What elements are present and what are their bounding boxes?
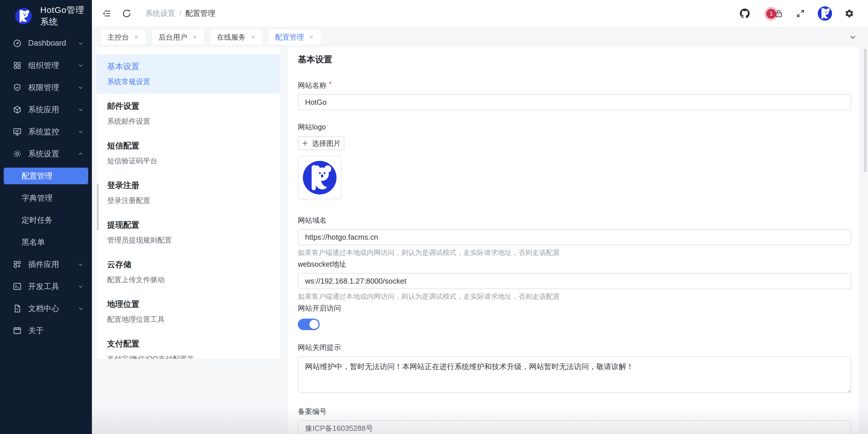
sidebar-subitem-label: 黑名单	[22, 237, 45, 247]
sidebar-subitem-字典管理[interactable]: 字典管理	[0, 187, 92, 209]
header-left: 系统设置 / 配置管理	[102, 8, 215, 19]
gear-icon	[13, 149, 22, 159]
settings-nav-subtitle: 配置上传文件驱动	[107, 275, 270, 285]
about-icon	[13, 326, 22, 335]
tab-close-icon[interactable]	[308, 34, 314, 40]
sidebar-subitem-label: 配置管理	[22, 171, 53, 181]
app-logo-icon	[15, 7, 32, 25]
settings-nav-title: 地理位置	[107, 299, 270, 310]
chevron-down-icon	[78, 106, 84, 113]
site-open-label: 网站开启访问	[298, 303, 851, 313]
sidebar-item-系统应用[interactable]: 系统应用	[0, 98, 92, 121]
tab-close-icon[interactable]	[192, 34, 197, 40]
site-open-toggle[interactable]	[298, 319, 320, 330]
settings-nav-title: 登录注册	[107, 180, 270, 191]
sidebar-item-label: 系统监控	[28, 127, 78, 137]
breadcrumb: 系统设置 / 配置管理	[145, 8, 215, 19]
fullscreen-icon[interactable]	[796, 9, 805, 19]
settings-nav-subtitle: 系统邮件设置	[107, 116, 270, 126]
github-icon[interactable]	[740, 9, 750, 19]
icp-input[interactable]	[298, 420, 851, 434]
chevron-down-icon	[78, 305, 84, 312]
sidebar-item-权限管理[interactable]: 权限管理	[0, 76, 92, 98]
site-domain-label: 网站域名	[298, 215, 851, 225]
settings-nav-item-提现配置[interactable]: 提现配置管理员提现规则配置	[97, 213, 280, 252]
sidebar-subitem-配置管理[interactable]: 配置管理	[0, 165, 92, 187]
tab-label: 配置管理	[275, 32, 304, 42]
settings-nav-title: 提现配置	[107, 220, 270, 231]
site-domain-input[interactable]	[298, 229, 851, 245]
tab-label: 主控台	[107, 32, 129, 42]
sidebar-item-Dashboard[interactable]: Dashboard	[0, 32, 92, 54]
tab-在线服务[interactable]: 在线服务	[211, 30, 262, 44]
sidebar-menu: Dashboard组织管理权限管理系统应用系统监控系统设置配置管理字典管理定时任…	[0, 32, 92, 434]
avatar[interactable]	[817, 6, 832, 21]
site-logo-image	[302, 160, 337, 195]
sidebar-item-关于[interactable]: 关于	[0, 320, 92, 341]
breadcrumb-separator: /	[179, 9, 181, 18]
active-menu-highlight: 配置管理	[4, 168, 88, 184]
tab-close-icon[interactable]	[133, 34, 139, 40]
sidebar-item-系统设置[interactable]: 系统设置	[0, 143, 92, 165]
sidebar-item-插件应用[interactable]: 插件应用	[0, 253, 92, 275]
tab-close-icon[interactable]	[250, 34, 256, 40]
choose-image-button[interactable]: 选择图片	[298, 136, 344, 150]
settings-nav-title: 基本设置	[107, 61, 270, 72]
settings-nav-item-登录注册[interactable]: 登录注册登录注册配置	[97, 173, 280, 213]
sidebar-item-label: 权限管理	[28, 82, 78, 93]
doc-icon	[13, 304, 22, 313]
sidebar-item-系统监控[interactable]: 系统监控	[0, 121, 92, 143]
chevron-down-icon	[78, 40, 84, 46]
main-column: 系统设置 / 配置管理 1	[92, 0, 868, 434]
sidebar-subitem-定时任务[interactable]: 定时任务	[0, 209, 92, 231]
settings-nav-item-邮件设置[interactable]: 邮件设置系统邮件设置	[97, 94, 280, 133]
settings-nav-item-地理位置[interactable]: 地理位置配置地理位置工具	[97, 292, 280, 332]
app-logo-row[interactable]: HotGo管理系统	[0, 0, 92, 32]
top-header: 系统设置 / 配置管理 1	[92, 0, 868, 27]
site-logo-preview[interactable]	[298, 156, 342, 199]
sidebar-item-label: 关于	[28, 326, 84, 336]
notification-badge: 1	[766, 9, 776, 19]
monitor-icon	[13, 127, 22, 136]
settings-nav-item-云存储[interactable]: 云存储配置上传文件驱动	[97, 252, 280, 292]
section-title: 基本设置	[298, 54, 851, 65]
tab-配置管理[interactable]: 配置管理	[269, 30, 320, 44]
close-tip-textarea[interactable]: 网站维护中，暂时无法访问！本网站正在进行系统维护和技术升级，网站暂时无法访问，敬…	[298, 356, 851, 393]
breadcrumb-current[interactable]: 配置管理	[185, 8, 215, 19]
settings-nav-scrollbar[interactable]	[97, 184, 99, 230]
dashboard-icon	[13, 39, 22, 48]
tab-主控台[interactable]: 主控台	[101, 30, 146, 44]
collapse-sidebar-icon[interactable]	[102, 9, 112, 19]
settings-nav-item-短信配置[interactable]: 短信配置短信验证码平台	[97, 133, 280, 173]
websocket-input[interactable]	[298, 273, 851, 289]
sidebar-item-label: 插件应用	[28, 259, 78, 270]
tab-后台用户[interactable]: 后台用户	[152, 30, 204, 44]
sidebar-item-组织管理[interactable]: 组织管理	[0, 54, 92, 76]
breadcrumb-parent[interactable]: 系统设置	[145, 8, 175, 19]
toggle-knob	[309, 320, 318, 329]
close-tip-label: 网站关闭提示	[298, 343, 851, 352]
sidebar-item-开发工具[interactable]: 开发工具	[0, 275, 92, 297]
icp-label: 备案编号	[298, 407, 851, 416]
websocket-label: websocket地址	[298, 260, 851, 269]
settings-nav-subtitle: 配置地理位置工具	[107, 314, 270, 324]
content-area: 基本设置系统常规设置邮件设置系统邮件设置短信配置短信验证码平台登录注册登录注册配…	[92, 47, 868, 434]
page-scrollbar[interactable]	[864, 49, 867, 172]
tabs-collapse-chevron-icon[interactable]	[848, 33, 857, 41]
refresh-icon[interactable]	[122, 9, 131, 19]
sidebar-subitem-黑名单[interactable]: 黑名单	[0, 231, 92, 253]
required-asterisk: *	[329, 80, 332, 88]
site-name-label-text: 网站名称	[298, 81, 327, 90]
sidebar-item-label: 系统应用	[28, 104, 78, 115]
gear-icon[interactable]	[844, 9, 854, 19]
sidebar-item-label: 系统设置	[28, 149, 78, 159]
settings-nav-subtitle: 支付宝/微信/QQ支付配置等	[107, 354, 270, 359]
settings-nav-item-支付配置[interactable]: 支付配置支付宝/微信/QQ支付配置等	[97, 332, 280, 359]
app-title: HotGo管理系统	[40, 4, 92, 28]
sidebar-item-label: 文档中心	[28, 303, 78, 314]
sidebar-item-label: 组织管理	[28, 60, 78, 71]
sidebar-subitem-label: 字典管理	[22, 193, 53, 203]
sidebar-item-文档中心[interactable]: 文档中心	[0, 297, 92, 320]
site-name-input[interactable]	[298, 94, 851, 110]
settings-nav-item-基本设置[interactable]: 基本设置系统常规设置	[97, 54, 280, 94]
